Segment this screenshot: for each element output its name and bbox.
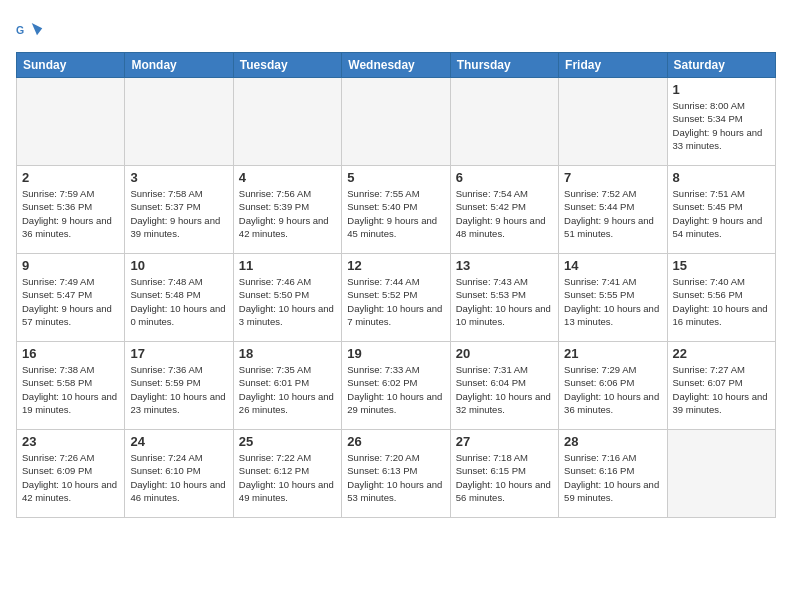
day-number: 25 xyxy=(239,434,336,449)
weekday-header-saturday: Saturday xyxy=(667,53,775,78)
day-info: Sunrise: 7:55 AM Sunset: 5:40 PM Dayligh… xyxy=(347,187,444,240)
calendar-cell: 20Sunrise: 7:31 AM Sunset: 6:04 PM Dayli… xyxy=(450,342,558,430)
svg-text:G: G xyxy=(16,24,24,36)
day-number: 16 xyxy=(22,346,119,361)
day-number: 7 xyxy=(564,170,661,185)
calendar-cell: 12Sunrise: 7:44 AM Sunset: 5:52 PM Dayli… xyxy=(342,254,450,342)
calendar-cell: 2Sunrise: 7:59 AM Sunset: 5:36 PM Daylig… xyxy=(17,166,125,254)
day-number: 13 xyxy=(456,258,553,273)
day-info: Sunrise: 7:31 AM Sunset: 6:04 PM Dayligh… xyxy=(456,363,553,416)
calendar-cell: 14Sunrise: 7:41 AM Sunset: 5:55 PM Dayli… xyxy=(559,254,667,342)
day-number: 28 xyxy=(564,434,661,449)
day-number: 5 xyxy=(347,170,444,185)
calendar-cell: 4Sunrise: 7:56 AM Sunset: 5:39 PM Daylig… xyxy=(233,166,341,254)
day-number: 21 xyxy=(564,346,661,361)
day-info: Sunrise: 7:26 AM Sunset: 6:09 PM Dayligh… xyxy=(22,451,119,504)
calendar-cell xyxy=(125,78,233,166)
calendar-cell: 10Sunrise: 7:48 AM Sunset: 5:48 PM Dayli… xyxy=(125,254,233,342)
calendar-cell xyxy=(233,78,341,166)
day-number: 1 xyxy=(673,82,770,97)
calendar-week-0: 1Sunrise: 8:00 AM Sunset: 5:34 PM Daylig… xyxy=(17,78,776,166)
day-number: 10 xyxy=(130,258,227,273)
calendar-cell: 17Sunrise: 7:36 AM Sunset: 5:59 PM Dayli… xyxy=(125,342,233,430)
calendar-cell: 16Sunrise: 7:38 AM Sunset: 5:58 PM Dayli… xyxy=(17,342,125,430)
calendar-header: SundayMondayTuesdayWednesdayThursdayFrid… xyxy=(17,53,776,78)
day-number: 15 xyxy=(673,258,770,273)
day-info: Sunrise: 7:41 AM Sunset: 5:55 PM Dayligh… xyxy=(564,275,661,328)
calendar-table: SundayMondayTuesdayWednesdayThursdayFrid… xyxy=(16,52,776,518)
calendar-week-3: 16Sunrise: 7:38 AM Sunset: 5:58 PM Dayli… xyxy=(17,342,776,430)
weekday-header-sunday: Sunday xyxy=(17,53,125,78)
day-number: 26 xyxy=(347,434,444,449)
calendar-week-2: 9Sunrise: 7:49 AM Sunset: 5:47 PM Daylig… xyxy=(17,254,776,342)
day-number: 20 xyxy=(456,346,553,361)
calendar-body: 1Sunrise: 8:00 AM Sunset: 5:34 PM Daylig… xyxy=(17,78,776,518)
day-info: Sunrise: 7:59 AM Sunset: 5:36 PM Dayligh… xyxy=(22,187,119,240)
calendar-cell xyxy=(342,78,450,166)
calendar-cell: 24Sunrise: 7:24 AM Sunset: 6:10 PM Dayli… xyxy=(125,430,233,518)
day-info: Sunrise: 7:20 AM Sunset: 6:13 PM Dayligh… xyxy=(347,451,444,504)
day-info: Sunrise: 7:44 AM Sunset: 5:52 PM Dayligh… xyxy=(347,275,444,328)
day-info: Sunrise: 7:29 AM Sunset: 6:06 PM Dayligh… xyxy=(564,363,661,416)
day-info: Sunrise: 7:52 AM Sunset: 5:44 PM Dayligh… xyxy=(564,187,661,240)
day-number: 22 xyxy=(673,346,770,361)
calendar-cell: 3Sunrise: 7:58 AM Sunset: 5:37 PM Daylig… xyxy=(125,166,233,254)
day-info: Sunrise: 7:33 AM Sunset: 6:02 PM Dayligh… xyxy=(347,363,444,416)
calendar-cell: 28Sunrise: 7:16 AM Sunset: 6:16 PM Dayli… xyxy=(559,430,667,518)
calendar-cell xyxy=(17,78,125,166)
calendar-cell: 27Sunrise: 7:18 AM Sunset: 6:15 PM Dayli… xyxy=(450,430,558,518)
day-info: Sunrise: 7:38 AM Sunset: 5:58 PM Dayligh… xyxy=(22,363,119,416)
day-number: 18 xyxy=(239,346,336,361)
day-info: Sunrise: 7:36 AM Sunset: 5:59 PM Dayligh… xyxy=(130,363,227,416)
calendar-cell: 8Sunrise: 7:51 AM Sunset: 5:45 PM Daylig… xyxy=(667,166,775,254)
calendar-cell: 15Sunrise: 7:40 AM Sunset: 5:56 PM Dayli… xyxy=(667,254,775,342)
day-number: 27 xyxy=(456,434,553,449)
calendar-cell: 7Sunrise: 7:52 AM Sunset: 5:44 PM Daylig… xyxy=(559,166,667,254)
calendar-cell: 26Sunrise: 7:20 AM Sunset: 6:13 PM Dayli… xyxy=(342,430,450,518)
calendar-cell: 22Sunrise: 7:27 AM Sunset: 6:07 PM Dayli… xyxy=(667,342,775,430)
day-number: 8 xyxy=(673,170,770,185)
calendar-cell: 5Sunrise: 7:55 AM Sunset: 5:40 PM Daylig… xyxy=(342,166,450,254)
day-number: 24 xyxy=(130,434,227,449)
day-info: Sunrise: 7:54 AM Sunset: 5:42 PM Dayligh… xyxy=(456,187,553,240)
calendar-cell: 19Sunrise: 7:33 AM Sunset: 6:02 PM Dayli… xyxy=(342,342,450,430)
calendar-cell xyxy=(559,78,667,166)
calendar-cell: 1Sunrise: 8:00 AM Sunset: 5:34 PM Daylig… xyxy=(667,78,775,166)
calendar-week-4: 23Sunrise: 7:26 AM Sunset: 6:09 PM Dayli… xyxy=(17,430,776,518)
calendar-cell: 18Sunrise: 7:35 AM Sunset: 6:01 PM Dayli… xyxy=(233,342,341,430)
day-info: Sunrise: 7:49 AM Sunset: 5:47 PM Dayligh… xyxy=(22,275,119,328)
svg-marker-1 xyxy=(32,23,43,35)
day-info: Sunrise: 7:22 AM Sunset: 6:12 PM Dayligh… xyxy=(239,451,336,504)
day-number: 17 xyxy=(130,346,227,361)
day-number: 9 xyxy=(22,258,119,273)
day-info: Sunrise: 7:24 AM Sunset: 6:10 PM Dayligh… xyxy=(130,451,227,504)
weekday-header-monday: Monday xyxy=(125,53,233,78)
calendar-cell: 25Sunrise: 7:22 AM Sunset: 6:12 PM Dayli… xyxy=(233,430,341,518)
day-info: Sunrise: 7:51 AM Sunset: 5:45 PM Dayligh… xyxy=(673,187,770,240)
weekday-header-wednesday: Wednesday xyxy=(342,53,450,78)
day-info: Sunrise: 7:40 AM Sunset: 5:56 PM Dayligh… xyxy=(673,275,770,328)
day-info: Sunrise: 7:16 AM Sunset: 6:16 PM Dayligh… xyxy=(564,451,661,504)
day-number: 6 xyxy=(456,170,553,185)
weekday-header-tuesday: Tuesday xyxy=(233,53,341,78)
day-info: Sunrise: 7:27 AM Sunset: 6:07 PM Dayligh… xyxy=(673,363,770,416)
day-info: Sunrise: 7:46 AM Sunset: 5:50 PM Dayligh… xyxy=(239,275,336,328)
calendar-cell xyxy=(450,78,558,166)
calendar-cell: 9Sunrise: 7:49 AM Sunset: 5:47 PM Daylig… xyxy=(17,254,125,342)
calendar-cell: 13Sunrise: 7:43 AM Sunset: 5:53 PM Dayli… xyxy=(450,254,558,342)
day-number: 12 xyxy=(347,258,444,273)
day-number: 11 xyxy=(239,258,336,273)
day-number: 2 xyxy=(22,170,119,185)
day-number: 23 xyxy=(22,434,119,449)
day-info: Sunrise: 8:00 AM Sunset: 5:34 PM Dayligh… xyxy=(673,99,770,152)
day-number: 3 xyxy=(130,170,227,185)
calendar-cell: 6Sunrise: 7:54 AM Sunset: 5:42 PM Daylig… xyxy=(450,166,558,254)
calendar-week-1: 2Sunrise: 7:59 AM Sunset: 5:36 PM Daylig… xyxy=(17,166,776,254)
day-info: Sunrise: 7:18 AM Sunset: 6:15 PM Dayligh… xyxy=(456,451,553,504)
calendar-cell: 23Sunrise: 7:26 AM Sunset: 6:09 PM Dayli… xyxy=(17,430,125,518)
logo-icon: G xyxy=(16,16,44,44)
day-info: Sunrise: 7:35 AM Sunset: 6:01 PM Dayligh… xyxy=(239,363,336,416)
calendar-cell: 21Sunrise: 7:29 AM Sunset: 6:06 PM Dayli… xyxy=(559,342,667,430)
day-info: Sunrise: 7:58 AM Sunset: 5:37 PM Dayligh… xyxy=(130,187,227,240)
day-info: Sunrise: 7:48 AM Sunset: 5:48 PM Dayligh… xyxy=(130,275,227,328)
